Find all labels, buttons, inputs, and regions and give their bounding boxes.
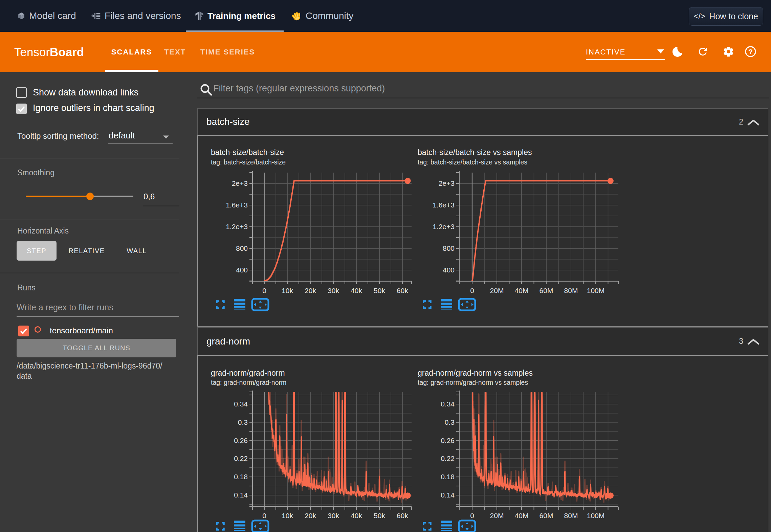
svg-text:400: 400 — [236, 266, 248, 274]
svg-text:0.18: 0.18 — [441, 473, 455, 481]
svg-text:0.22: 0.22 — [441, 455, 455, 462]
svg-text:0.34: 0.34 — [234, 400, 248, 408]
svg-text:1.2e+3: 1.2e+3 — [433, 223, 455, 230]
svg-text:40M: 40M — [515, 287, 529, 294]
svg-text:1.6e+3: 1.6e+3 — [433, 201, 455, 209]
svg-text:20M: 20M — [490, 287, 504, 294]
svg-text:0.34: 0.34 — [441, 400, 455, 408]
svg-text:40M: 40M — [515, 512, 529, 519]
svg-text:0: 0 — [262, 512, 266, 519]
svg-text:800: 800 — [443, 244, 455, 252]
svg-text:2e+3: 2e+3 — [232, 179, 248, 187]
svg-text:400: 400 — [443, 266, 455, 274]
svg-text:0.18: 0.18 — [234, 473, 248, 481]
svg-text:40k: 40k — [351, 512, 362, 519]
svg-text:20k: 20k — [305, 512, 316, 519]
svg-text:100M: 100M — [587, 512, 605, 519]
svg-text:0.26: 0.26 — [441, 437, 455, 444]
svg-text:50k: 50k — [374, 287, 385, 294]
svg-text:tag: batch-size/batch-size: tag: batch-size/batch-size — [211, 158, 286, 166]
svg-text:tag: grad-norm/grad-norm vs sa: tag: grad-norm/grad-norm vs samples — [418, 379, 528, 386]
svg-text:800: 800 — [236, 244, 248, 252]
svg-text:20k: 20k — [305, 287, 316, 294]
svg-text:20M: 20M — [490, 512, 504, 519]
svg-text:60M: 60M — [539, 287, 553, 294]
svg-text:30k: 30k — [328, 287, 339, 294]
svg-text:0.3: 0.3 — [445, 418, 455, 426]
svg-text:40k: 40k — [351, 287, 362, 294]
svg-text:0: 0 — [470, 287, 474, 294]
svg-text:0.3: 0.3 — [238, 418, 248, 426]
svg-text:0.26: 0.26 — [234, 437, 248, 444]
svg-text:80M: 80M — [564, 512, 578, 519]
svg-text:10k: 10k — [282, 512, 293, 519]
svg-text:1.6e+3: 1.6e+3 — [226, 201, 248, 209]
svg-text:60M: 60M — [539, 512, 553, 519]
svg-text:50k: 50k — [374, 512, 385, 519]
svg-text:0.14: 0.14 — [234, 491, 248, 499]
svg-text:grad-norm/grad-norm: grad-norm/grad-norm — [211, 369, 285, 377]
svg-text:batch-size/batch-size vs sampl: batch-size/batch-size vs samples — [418, 148, 532, 157]
svg-text:30k: 30k — [328, 512, 339, 519]
svg-text:batch-size/batch-size: batch-size/batch-size — [211, 148, 284, 157]
svg-text:0: 0 — [262, 287, 266, 294]
svg-text:tag: grad-norm/grad-norm: tag: grad-norm/grad-norm — [211, 379, 286, 386]
svg-text:tag: batch-size/batch-size vs: tag: batch-size/batch-size vs samples — [418, 158, 527, 166]
svg-text:1.2e+3: 1.2e+3 — [226, 223, 248, 230]
svg-text:10k: 10k — [282, 287, 293, 294]
svg-text:60k: 60k — [397, 287, 408, 294]
svg-text:100M: 100M — [587, 287, 605, 294]
svg-text:0.22: 0.22 — [234, 455, 248, 462]
svg-text:2e+3: 2e+3 — [439, 179, 455, 187]
svg-text:0: 0 — [470, 512, 474, 519]
svg-text:60k: 60k — [397, 512, 408, 519]
svg-text:80M: 80M — [564, 287, 578, 294]
svg-text:grad-norm/grad-norm vs samples: grad-norm/grad-norm vs samples — [418, 369, 533, 377]
svg-text:0.14: 0.14 — [441, 491, 455, 499]
